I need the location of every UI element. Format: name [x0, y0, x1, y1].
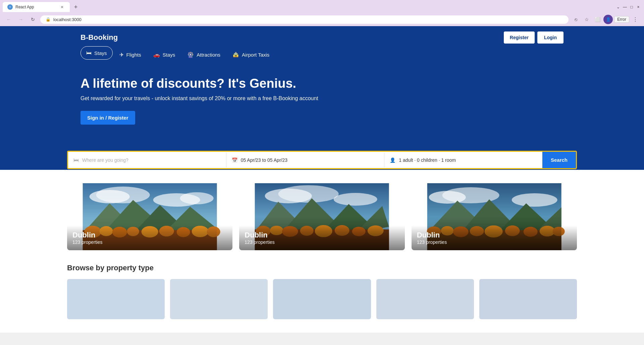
browser-toolbar: ⎋ ☆ ⬜ 👤 Error ⋮: [571, 15, 640, 24]
hero-title: A lifetime of discounts? It's Genius.: [80, 76, 564, 91]
tab-favicon: ⚛: [7, 4, 13, 10]
city-name-1: Dublin: [245, 231, 399, 239]
nav-item-attractions[interactable]: 🎡 Attractions: [182, 46, 226, 63]
flights-icon: ✈: [119, 52, 124, 58]
browser-address-bar: ← → ↻ 🔒 localhost:3000 ⎋ ☆ ⬜ 👤 Error ⋮: [0, 13, 644, 26]
signin-register-button[interactable]: Sign in / Register: [80, 111, 135, 125]
property-overlay-0: Dublin 123 properties: [67, 225, 232, 250]
nav-item-airport-taxis[interactable]: 🚖 Airport Taxis: [227, 46, 275, 63]
stays-icon: 🛏: [86, 50, 92, 56]
url-lock-icon: 🔒: [46, 17, 51, 22]
header-top: B-Booking Register Login: [80, 26, 564, 46]
window-close-button[interactable]: ×: [635, 4, 641, 10]
browse-card-1[interactable]: [67, 279, 165, 319]
window-controls: ⌄ — □ ×: [615, 4, 641, 10]
nav-item-stays2[interactable]: 🚗 Stays: [148, 46, 181, 63]
person-icon: 👤: [390, 157, 395, 163]
search-bar: 🛏 Where are you going? 📅 05 Apr/23 to 05…: [67, 151, 577, 169]
browse-section: Browse by property type: [67, 264, 577, 319]
browser-tab-bar: ⚛ React App × + ⌄ — □ ×: [0, 0, 644, 13]
property-count-1: 123 properties: [245, 239, 399, 245]
new-tab-button[interactable]: +: [71, 2, 80, 12]
city-name-2: Dublin: [417, 231, 572, 239]
destination-icon: 🛏: [73, 157, 79, 163]
bookmark-icon[interactable]: ☆: [582, 15, 591, 24]
city-name-0: Dublin: [72, 231, 227, 239]
nav-item-flights[interactable]: ✈ Flights: [114, 46, 147, 63]
attractions-icon: 🎡: [187, 52, 194, 58]
share-icon[interactable]: ⎋: [571, 15, 581, 24]
property-card-0[interactable]: Dublin 123 properties: [67, 183, 232, 250]
property-card-1[interactable]: Dublin 123 properties: [239, 183, 405, 250]
header: B-Booking Register Login 🛏 Stays ✈ Fligh…: [0, 26, 644, 63]
header-buttons: Register Login: [504, 31, 564, 44]
browser-tab-active[interactable]: ⚛ React App ×: [3, 2, 70, 12]
search-container: 🛏 Where are you going? 📅 05 Apr/23 to 05…: [0, 151, 644, 170]
nav-item-stays[interactable]: 🛏 Stays: [80, 46, 113, 60]
window-maximize-button[interactable]: □: [629, 4, 635, 10]
nav-stays-label: Stays: [94, 50, 107, 56]
window-minimize-button[interactable]: —: [622, 4, 628, 10]
taxi-icon: 🚖: [232, 52, 239, 58]
url-text: localhost:3000: [53, 17, 82, 22]
nav-attractions-label: Attractions: [197, 52, 220, 58]
register-button[interactable]: Register: [504, 31, 535, 44]
nav-stays2-label: Stays: [163, 52, 175, 58]
browse-card-3[interactable]: [273, 279, 371, 319]
destination-field[interactable]: 🛏 Where are you going?: [68, 152, 226, 168]
extensions-icon[interactable]: ⬜: [593, 15, 602, 24]
tab-close-button[interactable]: ×: [59, 4, 65, 10]
login-button[interactable]: Login: [537, 31, 564, 44]
featured-cities: Dublin 123 properties: [67, 183, 577, 250]
dates-value: 05 Apr/23 to 05 Apr/23: [241, 157, 287, 163]
car-icon: 🚗: [153, 52, 160, 58]
refresh-button[interactable]: ↻: [28, 15, 38, 24]
brand-logo[interactable]: B-Booking: [80, 33, 118, 42]
error-badge[interactable]: Error: [614, 16, 629, 23]
browse-card-4[interactable]: [376, 279, 474, 319]
url-bar[interactable]: 🔒 localhost:3000: [40, 15, 569, 24]
back-button[interactable]: ←: [4, 15, 13, 24]
property-count-2: 123 properties: [417, 239, 572, 245]
browse-title: Browse by property type: [67, 264, 577, 272]
content-area: Dublin 123 properties: [0, 170, 644, 333]
main-nav: 🛏 Stays ✈ Flights 🚗 Stays 🎡 Attractions …: [80, 46, 564, 63]
nav-airport-taxis-label: Airport Taxis: [242, 52, 269, 58]
property-count-0: 123 properties: [72, 239, 227, 245]
property-overlay-2: Dublin 123 properties: [412, 225, 577, 250]
hero-subtitle: Get rewarded for your travels - unlock i…: [80, 95, 564, 101]
tab-title: React App: [15, 5, 56, 9]
hero-section: A lifetime of discounts? It's Genius. Ge…: [0, 63, 644, 151]
profile-icon[interactable]: 👤: [603, 15, 613, 24]
browse-card-5[interactable]: [479, 279, 577, 319]
nav-flights-label: Flights: [126, 52, 141, 58]
search-button[interactable]: Search: [542, 152, 576, 168]
calendar-icon: 📅: [232, 157, 237, 163]
guests-value: 1 adult · 0 children · 1 room: [399, 157, 456, 163]
property-overlay-1: Dublin 123 properties: [239, 225, 405, 250]
guests-field[interactable]: 👤 1 adult · 0 children · 1 room: [384, 153, 542, 167]
browser-chrome: ⚛ React App × + ⌄ — □ × ← → ↻ 🔒 localhos…: [0, 0, 644, 26]
property-card-2[interactable]: Dublin 123 properties: [412, 183, 577, 250]
forward-button[interactable]: →: [16, 15, 25, 24]
destination-placeholder: Where are you going?: [82, 157, 128, 163]
window-down-arrow[interactable]: ⌄: [615, 4, 621, 10]
browse-card-2[interactable]: [170, 279, 268, 319]
page-content: B-Booking Register Login 🛏 Stays ✈ Fligh…: [0, 26, 644, 333]
more-options-button[interactable]: ⋮: [631, 15, 640, 24]
browse-cards: [67, 279, 577, 319]
dates-field[interactable]: 📅 05 Apr/23 to 05 Apr/23: [226, 153, 385, 167]
